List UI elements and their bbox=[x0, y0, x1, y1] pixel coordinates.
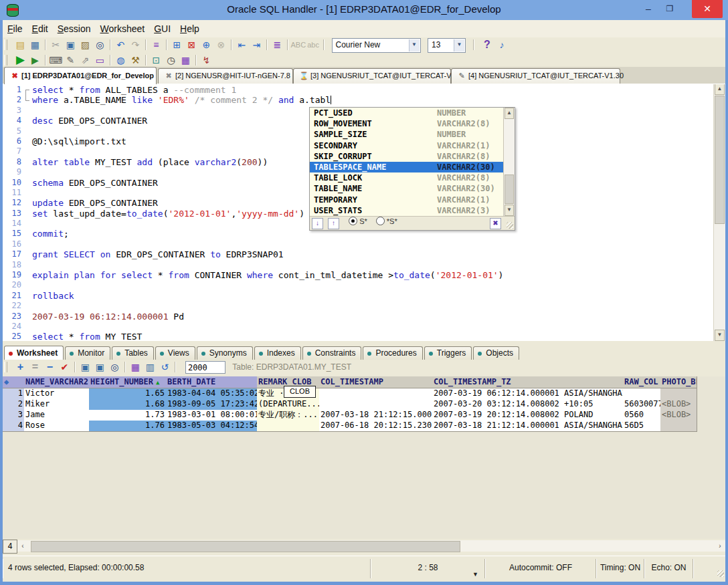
row-number[interactable]: 1 bbox=[3, 388, 25, 400]
autocomplete-item[interactable]: TABLE_LOCKVARCHAR2(8) bbox=[310, 172, 504, 183]
column-header-raw[interactable]: RAW_COL bbox=[623, 376, 661, 388]
minimize-button[interactable]: – bbox=[638, 0, 658, 18]
autocomplete-item[interactable]: SECONDARYVARCHAR2(1) bbox=[310, 140, 504, 151]
copy-cells-icon[interactable]: ▣ bbox=[92, 360, 107, 374]
autocomplete-item[interactable]: TABLESPACE_NAMEVARCHAR2(30) bbox=[310, 162, 504, 172]
find-icon[interactable]: ◎ bbox=[92, 38, 107, 51]
tab-triggers[interactable]: Triggers bbox=[424, 346, 472, 360]
scroll-down-icon[interactable]: ▼ bbox=[505, 205, 514, 216]
autocomplete-item[interactable]: PCT_USEDNUMBER bbox=[310, 108, 504, 118]
scroll-down-icon[interactable]: ▼ bbox=[715, 330, 725, 341]
tab-tables[interactable]: Tables bbox=[112, 346, 154, 360]
move-up-icon[interactable]: ↑ bbox=[328, 218, 339, 229]
tab-monitor[interactable]: Monitor bbox=[65, 346, 110, 360]
editor-vscroll-thumb[interactable] bbox=[715, 96, 725, 224]
toolbar-grip[interactable] bbox=[4, 362, 7, 372]
results-hscrollbar[interactable]: ‹ › bbox=[17, 540, 725, 552]
indent-icon[interactable]: ⇥ bbox=[249, 38, 264, 51]
grid-cell-blob[interactable] bbox=[660, 421, 697, 432]
autocomplete-item[interactable]: USER_STATSVARCHAR2(3) bbox=[310, 205, 504, 216]
grid-cell-tz[interactable]: 2007-03-19 06:12:14.000001 ASIA/SHANGHAI bbox=[432, 388, 624, 400]
duplicate-record-icon[interactable]: = bbox=[27, 360, 42, 374]
title-bar[interactable]: Oracle SQL Handler - [1] EDRP3DATA01@EDR… bbox=[0, 0, 728, 20]
refresh-icon[interactable]: ↺ bbox=[157, 360, 172, 374]
grid-cell-blob[interactable]: <BLOB> bbox=[660, 399, 697, 411]
grid-cell-berth[interactable]: 1983-05-03 04:12:54 bbox=[166, 421, 258, 432]
undo-icon[interactable]: ↶ bbox=[113, 38, 128, 51]
grid-cell-name[interactable]: Victor bbox=[24, 388, 90, 400]
grid-cell-raw[interactable]: 56030077 bbox=[623, 399, 661, 411]
help-book-icon[interactable]: ? bbox=[480, 38, 494, 51]
window-grid-icon[interactable]: ▦ bbox=[178, 53, 193, 67]
grid-cell-ts[interactable] bbox=[319, 399, 433, 411]
column-header-height[interactable]: HEIGHT_NUMBER▲ bbox=[89, 376, 167, 388]
open-icon[interactable]: ▤ bbox=[13, 38, 27, 51]
autocomplete-item[interactable]: SKIP_CORRUPTVARCHAR2(8) bbox=[310, 151, 504, 162]
sound-icon[interactable]: ♪ bbox=[494, 38, 509, 51]
tab-procedures[interactable]: Procedures bbox=[363, 346, 422, 360]
grid-cell-blob[interactable]: <BLOB> bbox=[660, 410, 697, 421]
popup-vscrollbar[interactable]: ▲ ▼ bbox=[503, 108, 515, 216]
column-header-num[interactable]: ◆ bbox=[3, 376, 25, 388]
menu-item-worksheet[interactable]: Worksheet bbox=[96, 20, 150, 34]
grid-cell-remark[interactable]: 专业/职称：... bbox=[257, 410, 320, 421]
grid-cell-height[interactable]: 1.65 bbox=[89, 388, 167, 400]
paste-icon[interactable]: ▨ bbox=[78, 38, 92, 51]
console-icon[interactable]: ▭ bbox=[92, 53, 107, 67]
scroll-up-icon[interactable]: ▲ bbox=[715, 84, 725, 95]
toolbar-grip[interactable] bbox=[4, 55, 7, 66]
menu-item-edit[interactable]: Edit bbox=[27, 20, 53, 34]
grid-cell-berth[interactable]: 1983-04-04 05:35:02 bbox=[166, 388, 258, 400]
grid-cell-name[interactable]: Rose bbox=[24, 421, 90, 432]
menu-item-file[interactable]: File bbox=[3, 20, 27, 34]
edit-script-icon[interactable]: ✎ bbox=[63, 53, 78, 67]
chevron-down-icon[interactable]: ▼ bbox=[472, 566, 478, 583]
execute-to-end-icon[interactable]: ▶ bbox=[27, 53, 42, 67]
grid-cell-ts[interactable]: 2007-06-18 20:12:15.230 bbox=[319, 421, 433, 432]
scroll-right-icon[interactable]: › bbox=[715, 540, 725, 552]
uppercase-icon[interactable]: ABC bbox=[290, 38, 306, 51]
make-quoted-list-icon[interactable]: ⊕ bbox=[199, 38, 213, 51]
database-icon[interactable]: ◍ bbox=[113, 53, 128, 67]
tab-views[interactable]: Views bbox=[155, 346, 195, 360]
plug-icon[interactable]: ↯ bbox=[199, 53, 213, 67]
grid-cell-remark[interactable] bbox=[257, 421, 320, 432]
session-tab-4[interactable]: ✎[4] NGENUSRIUT_TCAT@IUT_TERCAT-V1.30 bbox=[451, 68, 620, 84]
grid-cell-height[interactable]: 1.76 bbox=[89, 421, 167, 432]
column-header-berth[interactable]: BERTH_DATE bbox=[166, 376, 258, 388]
grid-cell-blob[interactable] bbox=[660, 388, 697, 400]
hscroll-thumb[interactable] bbox=[31, 541, 460, 552]
autocomplete-item[interactable]: TABLE_NAMEVARCHAR2(30) bbox=[310, 183, 504, 194]
grid-cell-tz[interactable]: 2007-03-18 21:12:14.000001 ASIA/SHANGHAI bbox=[432, 421, 624, 432]
cut-icon[interactable]: ✂ bbox=[48, 38, 63, 51]
grid-cell-ts[interactable] bbox=[319, 388, 433, 400]
column-header-blob[interactable]: PHOTO_BLOB bbox=[660, 376, 697, 388]
session-tab-1[interactable]: ✖[1] EDRP3DATA01@EDR_for_Develop bbox=[4, 67, 157, 84]
grid-cell-name[interactable]: Miker bbox=[24, 399, 90, 411]
contains-match-radio[interactable] bbox=[376, 217, 385, 225]
column-view-icon[interactable]: ▥ bbox=[143, 360, 157, 374]
grid-cell-tz[interactable]: 2007-03-20 03:12:14.008002 +10:05 bbox=[432, 399, 624, 411]
tab-indexes[interactable]: Indexes bbox=[254, 346, 301, 360]
maximize-button[interactable]: ❐ bbox=[660, 0, 680, 18]
grid-cell-remark[interactable]: (DEPARTURE... bbox=[257, 399, 320, 411]
session-tab-2[interactable]: ✖[2] NGENUSR@HIT-IUT-nGEN-7.8 bbox=[158, 68, 293, 84]
make-select-list-icon[interactable]: ⊞ bbox=[169, 38, 184, 51]
session-tab-3[interactable]: ⌛[3] NGENUSRIUT_TCAT@IUT_TERCAT-V1.30 bbox=[293, 68, 451, 84]
popup-vscroll-thumb[interactable] bbox=[505, 174, 514, 204]
close-button[interactable]: ✕ bbox=[692, 0, 723, 18]
snapshot-icon[interactable]: ⊡ bbox=[149, 53, 163, 67]
strip-quoted-list-icon[interactable]: ⊗ bbox=[213, 38, 228, 51]
menu-item-help[interactable]: Help bbox=[175, 20, 204, 34]
chevron-down-icon[interactable]: ▼ bbox=[409, 39, 420, 51]
tab-objects[interactable]: Objects bbox=[473, 346, 519, 360]
execute-icon[interactable]: ▶ bbox=[13, 53, 27, 67]
scroll-up-icon[interactable]: ▲ bbox=[505, 108, 514, 119]
cursor-position-combo[interactable]: 2 : 58 ▼ bbox=[370, 559, 485, 578]
grid-cell-raw[interactable]: 0560 bbox=[623, 410, 661, 421]
move-down-icon[interactable]: ↓ bbox=[312, 218, 323, 229]
column-header-tz[interactable]: COL_TIMESTAMP_TZ bbox=[432, 376, 624, 388]
timer-icon[interactable]: ◷ bbox=[163, 53, 178, 67]
delete-record-icon[interactable]: − bbox=[42, 360, 57, 374]
format-statement-icon[interactable]: ≡ bbox=[149, 38, 163, 51]
